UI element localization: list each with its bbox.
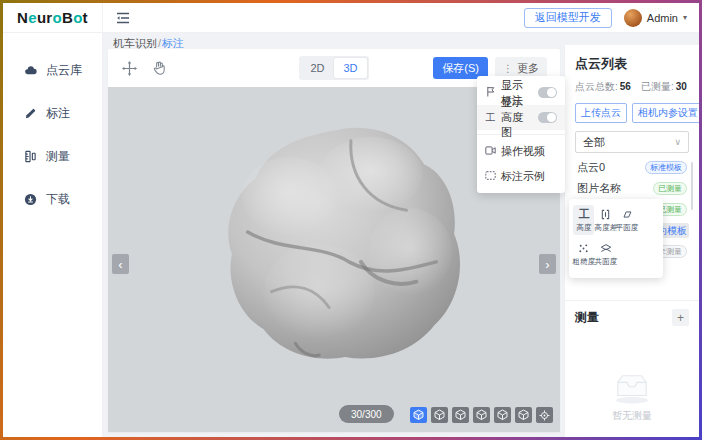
stat-value: 56 xyxy=(620,81,631,92)
tool-height[interactable]: 工 高度 xyxy=(573,205,594,235)
filter-select[interactable]: 全部 ∨ xyxy=(575,131,689,153)
template-tag: 标准模板 xyxy=(645,161,687,174)
sidebar-item-pointcloud-library[interactable]: 点云库 xyxy=(3,49,102,92)
view-isometric-button[interactable] xyxy=(410,407,427,423)
logo-part: t xyxy=(83,9,88,26)
measure-tool-palette: 工 高度 高度差 平面度 粗糙度 共面度 xyxy=(569,199,663,278)
upload-pointcloud-button[interactable]: 上传点云 xyxy=(575,103,627,123)
coplanarity-icon xyxy=(600,242,612,254)
sidebar-item-label: 下载 xyxy=(46,191,70,208)
height-diff-icon xyxy=(600,208,611,220)
example-icon xyxy=(485,171,496,182)
camera-intrinsics-button[interactable]: 相机内参设置 xyxy=(632,103,699,123)
show-heightmap-toggle[interactable] xyxy=(538,112,557,123)
next-image-button[interactable]: › xyxy=(539,254,556,274)
logo-part: N xyxy=(17,9,28,26)
chevron-left-icon: ‹ xyxy=(118,258,122,271)
logo-part: B xyxy=(62,9,73,26)
mode-2d-button[interactable]: 2D xyxy=(301,58,334,78)
breadcrumb: 机车识别/标注 xyxy=(113,36,184,51)
ruler-icon xyxy=(24,150,37,163)
download-icon xyxy=(24,193,37,206)
video-icon xyxy=(485,146,496,157)
logo-part: o xyxy=(73,9,82,26)
stat-value: 30 xyxy=(676,81,687,92)
pan-move-icon[interactable] xyxy=(121,60,138,77)
add-measure-button[interactable]: + xyxy=(672,309,689,326)
tool-label: 高度 xyxy=(576,222,591,232)
item-name: 点云0 xyxy=(577,160,605,175)
list-item[interactable]: 图片名称 已测量 xyxy=(575,181,689,196)
stat-label: 点云总数: xyxy=(575,81,618,92)
pen-icon xyxy=(24,107,37,120)
tool-label: 粗糙度 xyxy=(572,256,595,266)
list-item[interactable]: 点云0 标准模板 xyxy=(575,160,689,175)
logo-part: ur xyxy=(37,9,53,26)
more-label: 更多 xyxy=(517,61,539,76)
roughness-icon xyxy=(578,242,589,254)
flatness-icon xyxy=(621,208,633,220)
more-dropdown-menu: 显示标注 工 显示高度图 操作视频 标注示例 xyxy=(477,76,565,193)
view-right-button[interactable] xyxy=(494,407,511,423)
view-left-button[interactable] xyxy=(473,407,490,423)
mode-3d-button[interactable]: 3D xyxy=(334,58,367,78)
top-header: NeuroBot 返回模型开发 Admin ▾ xyxy=(3,3,699,33)
user-menu[interactable]: Admin ▾ xyxy=(624,9,687,27)
flag-icon xyxy=(485,86,496,99)
tool-label: 平面度 xyxy=(616,222,639,232)
tool-height-difference[interactable]: 高度差 xyxy=(595,205,616,235)
left-sidebar: 点云库 标注 测量 下载 xyxy=(3,33,103,437)
stat-label: 已测量: xyxy=(641,81,674,92)
sidebar-item-label: 标注 xyxy=(46,105,70,122)
logo-part: e xyxy=(28,9,37,26)
sidebar-item-annotate[interactable]: 标注 xyxy=(3,92,102,135)
empty-state-text: 暂无测量 xyxy=(612,409,652,423)
measure-title: 测量 xyxy=(575,309,599,326)
menu-item-annotation-example[interactable]: 标注示例 xyxy=(477,164,565,189)
empty-box-icon xyxy=(610,371,654,405)
user-name: Admin xyxy=(647,12,678,24)
cloud-icon xyxy=(24,64,37,77)
menu-item-show-heightmap[interactable]: 工 显示高度图 xyxy=(477,105,565,130)
back-to-model-dev-button[interactable]: 返回模型开发 xyxy=(524,8,612,28)
tool-roughness[interactable]: 粗糙度 xyxy=(573,239,594,269)
empty-state: 暂无测量 xyxy=(565,371,699,423)
panel-title: 点云列表 xyxy=(575,55,689,73)
stat-total: 点云总数:56 xyxy=(575,80,631,94)
sidebar-item-download[interactable]: 下载 xyxy=(3,178,102,221)
tool-coplanarity[interactable]: 共面度 xyxy=(595,239,616,269)
caret-down-icon: ▾ xyxy=(683,13,687,22)
tool-label: 高度差 xyxy=(594,222,617,232)
stat-measured: 已测量:30 xyxy=(641,80,687,94)
sidebar-item-measure[interactable]: 测量 xyxy=(3,135,102,178)
measured-tag: 已测量 xyxy=(653,182,687,195)
logo-part: o xyxy=(53,9,62,26)
breadcrumb-current: 标注 xyxy=(162,37,184,49)
list-scrollbar[interactable] xyxy=(691,162,693,210)
tool-flatness[interactable]: 平面度 xyxy=(617,205,638,235)
show-annotations-toggle[interactable] xyxy=(538,87,557,98)
tool-label: 共面度 xyxy=(594,256,617,266)
collapse-sidebar-icon[interactable] xyxy=(115,10,131,26)
panel-divider xyxy=(565,300,699,301)
chevron-down-icon: ∨ xyxy=(674,137,681,147)
measure-section-header: 测量 + xyxy=(575,309,689,326)
view-reset-target-button[interactable] xyxy=(536,407,553,423)
view-front-button[interactable] xyxy=(431,407,448,423)
sidebar-item-label: 测量 xyxy=(46,148,70,165)
menu-item-label: 标注示例 xyxy=(501,169,545,184)
height-tool-icon: 工 xyxy=(578,208,589,220)
app-logo: NeuroBot xyxy=(3,3,103,32)
panel-stats: 点云总数:56 已测量:30 xyxy=(575,80,689,94)
menu-item-tutorial-video[interactable]: 操作视频 xyxy=(477,139,565,164)
tooth-model[interactable] xyxy=(212,113,470,371)
app-window: NeuroBot 返回模型开发 Admin ▾ 点云库 标注 xyxy=(0,0,702,440)
view-back-button[interactable] xyxy=(452,407,469,423)
item-name: 图片名称 xyxy=(577,181,621,196)
prev-image-button[interactable]: ‹ xyxy=(112,254,129,274)
view-top-button[interactable] xyxy=(515,407,532,423)
chevron-right-icon: › xyxy=(545,258,549,271)
breadcrumb-parent[interactable]: 机车识别 xyxy=(113,37,157,49)
view-mode-toggle: 2D 3D xyxy=(299,56,369,80)
hand-drag-icon[interactable] xyxy=(151,60,168,77)
